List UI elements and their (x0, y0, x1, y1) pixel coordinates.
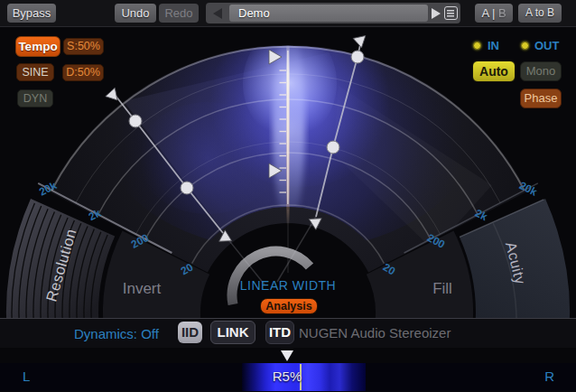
undo-button[interactable]: Undo (115, 4, 156, 23)
sine-button[interactable]: SINE (16, 63, 54, 81)
pan-pointer-icon[interactable] (281, 350, 293, 361)
link-button[interactable]: LINK (210, 321, 255, 344)
analysis-button[interactable]: Analysis (260, 298, 318, 314)
envelope-handle[interactable] (327, 141, 339, 154)
meter-right-label: R (544, 369, 554, 384)
out-led-icon (521, 42, 529, 50)
ab-b-label: B (498, 6, 506, 20)
preset-menu-icon[interactable] (444, 6, 458, 20)
width-mode-label: LINEAR WIDTH (217, 278, 359, 293)
ab-compare-button[interactable]: A | B (475, 4, 513, 23)
envelope-handle[interactable] (351, 51, 364, 63)
invert-button[interactable]: Invert (116, 280, 168, 298)
out-label: OUT (534, 39, 559, 52)
envelope-handle[interactable] (181, 182, 193, 194)
info-bar: Dynamics: Off IID LINK ITD NUGEN Audio S… (0, 318, 576, 348)
dynamics-status: Dynamics: Off (74, 326, 159, 341)
iid-button[interactable]: IID (178, 322, 202, 343)
bypass-button[interactable]: Bypass (7, 4, 56, 23)
phase-button[interactable]: Phase (520, 89, 562, 108)
dyn-button[interactable]: DYN (17, 89, 53, 107)
fill-button[interactable]: Fill (423, 280, 462, 298)
a-to-b-button[interactable]: A to B (518, 4, 562, 23)
title-bar: Bypass Undo Redo Demo A | B A to B (0, 0, 576, 27)
meter-left-label: L (23, 369, 30, 384)
auto-button[interactable]: Auto (472, 61, 516, 82)
s-value-button[interactable]: S:50% (63, 38, 104, 55)
pan-meter[interactable]: L R5% R (0, 363, 576, 391)
brand-label: NUGEN Audio Stereoizer (299, 325, 451, 341)
preset-name-field[interactable]: Demo (229, 5, 428, 22)
mono-button[interactable]: Mono (520, 61, 562, 81)
in-led-icon (473, 42, 481, 50)
redo-button[interactable]: Redo (159, 4, 199, 23)
preset-selector: Demo (206, 3, 460, 23)
tempo-button[interactable]: Tempo (15, 36, 60, 57)
preset-next-icon[interactable] (432, 8, 441, 19)
in-label: IN (488, 39, 499, 52)
envelope-handle[interactable] (129, 115, 142, 127)
plugin-window: 20k 2k 200 20 20k 2k 200 20 Resolution A… (0, 0, 576, 392)
itd-button[interactable]: ITD (265, 321, 294, 344)
pan-value: R5% (253, 369, 321, 384)
ab-a-label: A | (481, 6, 495, 20)
d-value-button[interactable]: D:50% (62, 64, 104, 81)
preset-prev-icon[interactable] (213, 8, 222, 19)
